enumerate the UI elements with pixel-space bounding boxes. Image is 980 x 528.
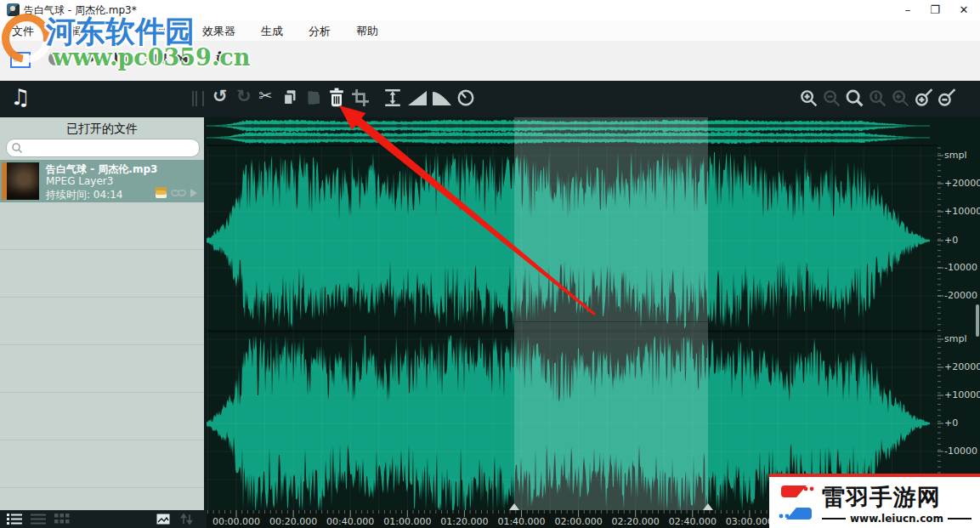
item-play-icon[interactable] <box>190 189 197 197</box>
timeline-label: 00:00.000 <box>212 516 260 527</box>
selection-end-handle[interactable] <box>703 503 713 510</box>
timeline-label: 01:40.000 <box>497 516 545 527</box>
menu-item-6[interactable]: 分析 <box>305 23 334 40</box>
file-list-rows <box>0 202 204 510</box>
timeline-label: 03:00.000 <box>726 516 773 527</box>
axis-label-ch1: +0 <box>944 235 958 246</box>
axis-label-ch1: -10000 <box>944 262 977 273</box>
axis-label-ch2: smpl <box>944 333 967 344</box>
zoom-fit-button[interactable] <box>845 88 865 109</box>
axis-label-ch1: smpl <box>944 150 967 161</box>
amplify-button[interactable] <box>382 88 403 107</box>
menu-item-5[interactable]: 生成 <box>258 23 286 40</box>
file-list-item-selected[interactable]: 告白气球 - 周杰伦.mp3 MPEG Layer3 持续时间: 04:14 <box>0 160 204 202</box>
maximize-button[interactable]: ❐ <box>922 2 948 19</box>
amplitude-axis: smpl+20000+10000+0-10000-20000smpl+20000… <box>938 117 980 510</box>
edit-toolbar: ♫ ↺ ↻ ✂ <box>0 81 980 117</box>
menu-item-4[interactable]: 效果器 <box>199 23 239 40</box>
timeline-label: 01:00.000 <box>383 516 431 527</box>
audio-editor-window: 告白气球 - 周杰伦.mp3* – ❐ ✕ 文件编辑视图控制效果器生成分析帮助 … <box>0 0 980 528</box>
copy-button[interactable] <box>281 88 300 107</box>
fade-out-button[interactable] <box>432 91 452 106</box>
timeline-label: 01:20.000 <box>440 516 488 527</box>
search-icon <box>11 142 23 154</box>
cut-button[interactable]: ✂ <box>258 86 272 105</box>
timeline-ruler[interactable]: 00:00.00000:20.00000:40.00001:00.00001:2… <box>207 510 980 528</box>
fast-forward-button[interactable]: ▶▶ <box>175 48 192 66</box>
axis-label-ch2: +10000 <box>944 389 980 400</box>
record-button[interactable] <box>48 52 62 65</box>
axis-label-ch1: +10000 <box>944 206 980 217</box>
file-format: MPEG Layer3 <box>46 175 113 187</box>
redo-button[interactable]: ↻ <box>236 86 252 106</box>
close-button[interactable]: ✕ <box>951 2 977 19</box>
timeline-label: 00:40.000 <box>326 516 374 527</box>
menu-item-7[interactable]: 帮助 <box>353 23 382 40</box>
vertical-zoom-out-button[interactable] <box>938 88 958 109</box>
thumbnail-toggle-button[interactable] <box>156 514 170 525</box>
timeline-label: 02:00.000 <box>554 516 602 527</box>
sort-order-button[interactable] <box>180 513 194 525</box>
view-grid-button[interactable] <box>54 514 70 525</box>
title-bar: 告白气球 - 周杰伦.mp3* – ❐ ✕ <box>0 0 980 20</box>
vertical-zoom-in-button[interactable] <box>915 88 935 109</box>
menu-item-2[interactable]: 视图 <box>104 23 133 40</box>
menu-item-0[interactable]: 文件 <box>8 23 37 40</box>
fade-in-button[interactable] <box>408 91 427 105</box>
save-icon[interactable] <box>156 187 167 198</box>
file-duration: 持续时间: 04:14 <box>46 188 122 202</box>
timeline-label: 02:40.000 <box>669 516 717 527</box>
menu-item-3[interactable]: 控制 <box>151 23 180 40</box>
selection-region[interactable] <box>514 117 708 510</box>
window-title: 告白气球 - 周杰伦.mp3* <box>24 3 137 18</box>
zoom-out-button[interactable] <box>822 88 842 109</box>
selection-start-handle[interactable] <box>509 503 519 510</box>
app-icon <box>7 3 20 16</box>
undo-button[interactable]: ↺ <box>212 86 228 106</box>
axis-label-ch1: -20000 <box>944 290 977 301</box>
skip-to-start-icon[interactable] <box>115 53 117 64</box>
axis-label-ch1: +20000 <box>944 178 980 189</box>
zoom-one-to-one-button[interactable] <box>868 88 888 109</box>
play-button[interactable]: ▶ <box>85 48 93 66</box>
menu-items: 文件编辑视图控制效果器生成分析帮助 <box>0 20 980 40</box>
axis-label-ch2: -20000 <box>944 474 977 485</box>
timeline-label: 02:20.000 <box>612 516 660 527</box>
search-input[interactable] <box>6 139 200 157</box>
trim-button[interactable] <box>351 88 370 107</box>
view-details-button[interactable] <box>7 514 22 525</box>
gain-knob-button[interactable] <box>456 88 475 107</box>
selection-tool-icon[interactable] <box>10 52 31 68</box>
link-icon <box>171 188 186 198</box>
menu-item-1[interactable]: 编辑 <box>56 23 85 40</box>
skip-to-start-button[interactable]: ◀ <box>118 48 127 66</box>
zoom-in-button[interactable] <box>799 88 819 109</box>
selection-divider <box>514 321 708 322</box>
transport-toolbar: ▶ ◀ ◀◀ ▶▶ i 32 kHz stereo -0000:02:55.41… <box>0 41 980 82</box>
file-list-header: 已打开的文件 <box>0 122 204 137</box>
info-button[interactable]: i <box>214 48 220 66</box>
zoom-selection-button[interactable] <box>891 88 911 109</box>
toolbar-drag-handle[interactable] <box>192 91 204 106</box>
file-list-panel: 已打开的文件 告白气球 - 周杰伦.mp3 MPEG Layer3 持续时间: … <box>0 117 204 510</box>
album-art-thumbnail <box>2 162 39 200</box>
vertical-scrollbar[interactable] <box>976 304 979 337</box>
menu-bar: 文件编辑视图控制效果器生成分析帮助 <box>0 20 980 42</box>
waveform-view[interactable] <box>207 117 938 510</box>
status-bar <box>0 510 207 528</box>
axis-label-ch2: +20000 <box>944 361 980 372</box>
paste-button[interactable] <box>304 88 323 107</box>
axis-label-ch2: -10000 <box>944 446 977 457</box>
delete-button[interactable] <box>327 88 346 108</box>
minimize-button[interactable]: – <box>895 2 921 19</box>
axis-label-ch2: +0 <box>944 417 958 429</box>
rewind-button[interactable]: ◀◀ <box>146 48 163 66</box>
view-list-button[interactable] <box>31 514 46 525</box>
music-note-icon: ♫ <box>10 84 30 110</box>
timeline-label: 00:20.000 <box>269 516 317 527</box>
